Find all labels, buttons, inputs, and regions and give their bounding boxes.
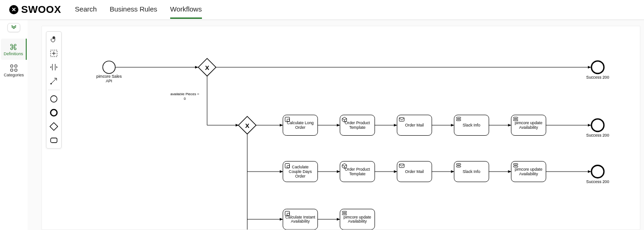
tool-start-event[interactable] <box>48 93 60 105</box>
rail-categories[interactable]: Categories <box>1 60 27 81</box>
svg-rect-1 <box>15 65 17 67</box>
brand-logo: ✕ SWOOX <box>9 4 61 16</box>
svg-point-44 <box>51 96 57 102</box>
left-rail: Definitions Categories <box>0 20 28 230</box>
edge-g1-g2 <box>207 76 239 126</box>
canvas-wrap: pimcore SalesAPI X available Pieces =0 S… <box>28 20 644 230</box>
end-event-3-label: Success 200 <box>586 179 609 184</box>
chevron-down-icon <box>11 25 17 30</box>
rail-definitions-label: Definitions <box>4 52 23 56</box>
svg-rect-47 <box>51 138 57 143</box>
svg-rect-46 <box>50 123 58 131</box>
nav-links: Search Business Rules Workflows <box>75 0 202 19</box>
svg-rect-2 <box>11 69 13 71</box>
grid-icon <box>9 63 18 73</box>
gateway-2[interactable]: X <box>238 116 256 134</box>
tool-connect[interactable] <box>48 75 60 87</box>
nav-business-rules[interactable]: Business Rules <box>109 0 157 19</box>
end-event-3[interactable] <box>592 165 604 178</box>
svg-text:Slack Info: Slack Info <box>463 123 480 127</box>
svg-rect-3 <box>15 69 17 71</box>
brand-text: SWOOX <box>21 4 61 16</box>
tool-lasso[interactable] <box>48 47 60 59</box>
gateway-1-label: available Pieces =0 <box>170 92 199 101</box>
tool-task[interactable] <box>48 134 60 146</box>
nav-workflows[interactable]: Workflows <box>170 0 202 19</box>
end-event-2-label: Success 200 <box>586 133 609 138</box>
svg-text:Slack Info: Slack Info <box>463 169 480 174</box>
rail-definitions[interactable]: Definitions <box>1 39 27 60</box>
command-icon <box>9 42 18 52</box>
svg-point-45 <box>51 109 57 116</box>
collapse-button[interactable] <box>7 23 20 32</box>
nav-search[interactable]: Search <box>75 0 97 19</box>
end-event-1-label: Success 200 <box>586 75 609 80</box>
svg-text:Order Mail: Order Mail <box>405 123 424 127</box>
svg-rect-0 <box>11 65 13 67</box>
svg-text:X: X <box>205 64 209 71</box>
gateway-1[interactable]: X <box>198 58 216 76</box>
svg-text:Order Mail: Order Mail <box>405 169 424 174</box>
tool-hand[interactable] <box>48 34 60 46</box>
brand-mark-icon: ✕ <box>9 5 18 14</box>
end-event-2[interactable] <box>592 119 604 132</box>
workflow-canvas[interactable]: pimcore SalesAPI X available Pieces =0 S… <box>41 26 640 230</box>
tool-gateway[interactable] <box>48 121 60 132</box>
rail-categories-label: Categories <box>4 73 24 77</box>
tool-end-event[interactable] <box>48 107 60 119</box>
start-event[interactable] <box>103 61 115 74</box>
tool-palette <box>46 31 62 149</box>
svg-point-43 <box>51 83 52 85</box>
start-event-label: pimcore SalesAPI <box>96 74 122 83</box>
top-nav: ✕ SWOOX Search Business Rules Workflows <box>0 0 644 20</box>
bpmn-diagram: pimcore SalesAPI X available Pieces =0 S… <box>42 26 640 230</box>
end-event-1[interactable] <box>592 61 604 74</box>
tool-space[interactable] <box>48 61 60 73</box>
svg-text:X: X <box>245 122 249 129</box>
